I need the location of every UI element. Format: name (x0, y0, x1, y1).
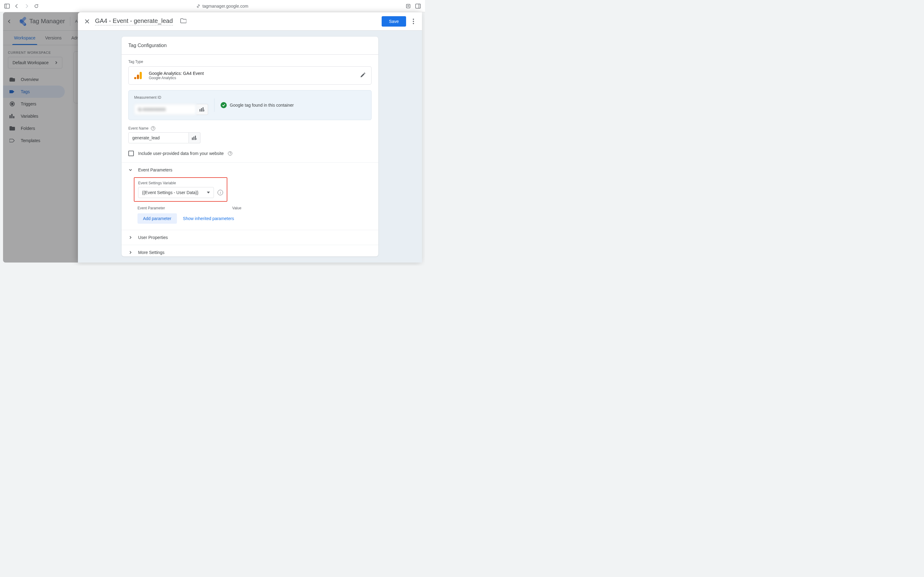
tag-type-sub: Google Analytics (149, 76, 204, 80)
tag-config-card: Tag Configuration Tag Type Google Analyt… (122, 37, 378, 256)
info-icon[interactable]: i (217, 190, 223, 195)
more-menu-icon[interactable] (411, 17, 416, 26)
measurement-id-label: Measurement ID (134, 95, 208, 100)
section-label: Event Parameters (138, 168, 172, 172)
sidebar-toggle-icon[interactable] (4, 3, 10, 9)
save-button[interactable]: Save (382, 16, 406, 27)
checkbox-label: Include user-provided data from your web… (138, 151, 224, 156)
close-icon[interactable] (84, 18, 90, 24)
tag-type-main: Google Analytics: GA4 Event (149, 71, 204, 76)
svg-rect-25 (195, 136, 196, 140)
highlighted-field: Event Settings Variable {{Event Settings… (134, 177, 227, 202)
svg-rect-24 (193, 137, 194, 140)
user-properties-section[interactable]: User Properties (122, 230, 378, 245)
svg-rect-23 (192, 137, 193, 140)
svg-rect-20 (203, 107, 203, 111)
svg-rect-2 (406, 4, 410, 8)
forward-icon (24, 3, 29, 9)
tag-name-input[interactable]: GA4 - Event - generate_lead (95, 18, 173, 25)
add-parameter-button[interactable]: Add parameter (137, 213, 177, 224)
show-inherited-link[interactable]: Show inherited parameters (183, 216, 234, 221)
found-text: Google tag found in this container (230, 103, 294, 108)
back-icon[interactable] (14, 3, 19, 9)
url-bar[interactable]: tagmanager.google.com (43, 4, 401, 8)
reload-icon[interactable] (34, 3, 39, 9)
config-card-title: Tag Configuration (122, 37, 378, 55)
event-name-input[interactable] (128, 132, 189, 143)
advanced-settings-section[interactable]: Advanced Settings (122, 260, 378, 263)
value-header: Value (232, 206, 241, 210)
measurement-box: Measurement ID Google tag (128, 90, 372, 120)
browser-chrome: tagmanager.google.com (0, 0, 425, 12)
tag-found-message: Google tag found in this container (221, 102, 294, 108)
event-name-label: Event Name (128, 126, 148, 131)
chevron-right-icon (128, 235, 133, 240)
checkbox-icon (128, 151, 134, 156)
section-label: User Properties (138, 235, 168, 240)
panel-body: Tag Configuration Tag Type Google Analyt… (78, 31, 422, 263)
divider (214, 98, 214, 112)
svg-rect-5 (415, 4, 420, 8)
more-settings-section[interactable]: More Settings (122, 245, 378, 260)
checkmark-icon (221, 102, 227, 108)
variable-picker-button[interactable] (189, 132, 200, 143)
tag-type-label: Tag Type (128, 60, 372, 64)
event-settings-var-label: Event Settings Variable (138, 181, 223, 185)
edit-icon[interactable] (360, 72, 366, 79)
variable-picker-button[interactable] (196, 104, 208, 115)
measurement-id-input[interactable] (134, 104, 196, 115)
link-icon (196, 4, 200, 8)
chevron-right-icon (128, 250, 133, 255)
svg-rect-15 (140, 72, 142, 79)
chevron-down-icon (128, 168, 133, 172)
url-text: tagmanager.google.com (202, 4, 248, 8)
svg-rect-0 (5, 4, 10, 8)
event-param-header: Event Parameter (137, 206, 165, 210)
panel-right-icon[interactable] (415, 3, 421, 9)
tag-type-selector[interactable]: Google Analytics: GA4 Event Google Analy… (128, 66, 372, 85)
include-user-data-checkbox[interactable]: Include user-provided data from your web… (128, 149, 372, 162)
event-settings-dropdown[interactable]: {{Event Settings - User Data}} (138, 187, 214, 198)
svg-rect-27 (196, 139, 197, 140)
svg-point-17 (134, 77, 136, 79)
panel-header: GA4 - Event - generate_lead Save (78, 12, 422, 31)
reader-icon[interactable] (406, 3, 411, 9)
svg-rect-19 (201, 108, 202, 111)
svg-rect-21 (204, 110, 204, 110)
event-parameters-section[interactable]: Event Parameters (122, 163, 378, 177)
section-label: More Settings (138, 250, 164, 255)
help-icon[interactable]: ? (228, 151, 232, 156)
svg-rect-18 (200, 109, 200, 111)
dropdown-value: {{Event Settings - User Data}} (142, 190, 198, 195)
folder-icon[interactable] (180, 18, 187, 24)
svg-rect-26 (196, 138, 197, 139)
help-icon[interactable]: ? (151, 126, 155, 131)
chevron-down-icon (207, 192, 210, 193)
svg-rect-22 (204, 111, 204, 111)
tag-editor-panel: GA4 - Event - generate_lead Save Tag Con… (78, 12, 422, 263)
svg-rect-16 (137, 74, 139, 79)
ga-icon (134, 72, 143, 79)
